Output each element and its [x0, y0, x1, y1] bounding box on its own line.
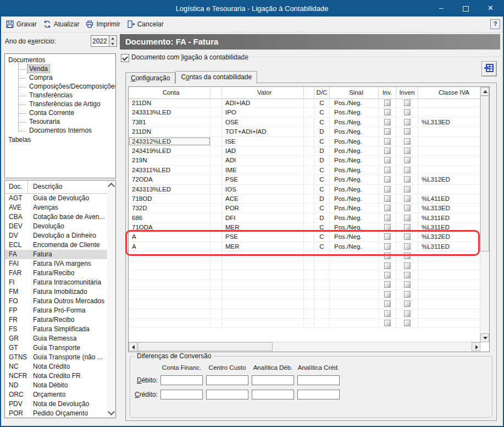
grid-row[interactable]: 211DNTOT+ADI+IADDPos./Neg. — [129, 127, 480, 136]
grid-row[interactable]: 732DPORCPos./Neg.%L313ED — [129, 204, 480, 213]
grid-row[interactable]: 243313%LEDIPOCPos./Neg. — [129, 108, 480, 117]
grid-row[interactable] — [129, 309, 480, 319]
cancel-button[interactable]: Cancelar — [124, 19, 168, 30]
tree-item-composicoes-decomposicoes[interactable]: Composições/Decomposições — [18, 83, 114, 91]
tab-configuracao[interactable]: Configuração — [125, 72, 175, 84]
grid-column-header-valor[interactable]: Valor — [222, 87, 304, 98]
tree-item-transferencias[interactable]: Transferências — [18, 91, 114, 100]
inven-checkbox[interactable] — [404, 128, 411, 135]
scroll-right-button[interactable] — [472, 342, 480, 351]
grid-row[interactable]: APSECPos./Neg.%L312ED — [129, 232, 480, 242]
help-button[interactable]: ? — [490, 19, 500, 29]
horizontal-scroll-thumb[interactable] — [138, 342, 273, 351]
grid-row[interactable]: 243419%LEDIADDPos./Neg. — [129, 146, 480, 156]
grid-row[interactable] — [129, 290, 480, 299]
grid-row[interactable]: 72ODAPSECPos./Neg.%L312ED — [129, 175, 480, 184]
tree-root-tabelas[interactable]: Tabelas — [6, 135, 114, 145]
doc-type-row-por[interactable]: PORPedido Orçamento — [5, 409, 107, 418]
credito-analitica-deb-input[interactable] — [252, 390, 294, 399]
doc-type-row-gt[interactable]: GTGuia Transporte — [5, 343, 107, 353]
inven-checkbox[interactable] — [404, 109, 411, 116]
minimize-button[interactable]: – — [429, 1, 453, 17]
doc-type-row-fr[interactable]: FRFatura/Recibo — [5, 315, 107, 325]
inven-checkbox[interactable] — [404, 310, 411, 317]
spinner-down-button[interactable] — [109, 41, 117, 46]
doc-type-row-dev[interactable]: DEVDevolução — [5, 222, 107, 231]
doc-type-row-pdv[interactable]: PDVNota de Devolução — [5, 399, 107, 409]
credito-analitica-cred-input[interactable] — [297, 390, 340, 399]
inv-checkbox[interactable] — [384, 262, 391, 269]
inv-checkbox[interactable] — [384, 147, 391, 154]
inv-checkbox[interactable] — [384, 167, 391, 173]
scroll-down-button[interactable] — [480, 333, 489, 342]
inv-checkbox[interactable] — [384, 176, 391, 183]
spinner-up-button[interactable] — [109, 36, 117, 41]
doc-type-row-fp[interactable]: FPFatura Pró-Forma — [5, 306, 107, 315]
debito-analitica-deb-input[interactable] — [252, 375, 294, 385]
doc-type-row-fs[interactable]: FSFatura Simplificada — [5, 325, 107, 334]
inven-checkbox[interactable] — [404, 233, 411, 240]
tab-contas-da-contabilidade[interactable]: Contas da contabilidade — [175, 71, 257, 84]
doc-type-row-fi[interactable]: FIFatura Intracomunitária — [5, 278, 107, 287]
inven-checkbox[interactable] — [404, 272, 411, 278]
doc-type-row-fm[interactable]: FMFatura Imobilizado — [5, 287, 107, 297]
doc-type-row-ecl[interactable]: ECLEncomenda de Cliente — [5, 240, 107, 250]
grid-row[interactable]: 211DNADI+IADCPos./Neg. — [129, 98, 480, 108]
doc-type-row-nc[interactable]: NCNota Crédito — [5, 362, 107, 371]
doc-type-row-fai[interactable]: FAIFatura IVA margens — [5, 259, 107, 269]
doc-type-row-ave[interactable]: AVEAvenças — [5, 203, 107, 212]
maximize-button[interactable] — [453, 1, 478, 17]
list-scrollbar[interactable] — [107, 180, 115, 418]
doc-type-row-orc[interactable]: ORCOrçamento — [5, 390, 107, 399]
doc-type-row-gtns[interactable]: GTNSGuia Transporte (não ... — [5, 353, 107, 362]
inv-checkbox[interactable] — [384, 233, 391, 240]
inv-checkbox[interactable] — [384, 119, 391, 125]
grid-row[interactable] — [129, 271, 480, 280]
debito-analitica-cred-input[interactable] — [297, 375, 340, 385]
grid-row[interactable] — [129, 280, 480, 289]
inven-checkbox[interactable] — [404, 243, 411, 250]
grid-row[interactable]: 7381OSECPos./Neg.%L313ED — [129, 118, 480, 127]
doc-type-row-ncfr[interactable]: NCFRNota Crédito FR — [5, 371, 107, 381]
inven-checkbox[interactable] — [404, 224, 411, 231]
inv-checkbox[interactable] — [384, 291, 391, 298]
inven-checkbox[interactable] — [404, 281, 411, 288]
doc-type-row-agt[interactable]: AGTGuia de Devolução — [5, 194, 107, 203]
inv-checkbox[interactable] — [384, 224, 391, 231]
scroll-down-icon[interactable] — [108, 408, 115, 415]
inven-checkbox[interactable] — [404, 253, 411, 259]
inven-checkbox[interactable] — [404, 157, 411, 163]
inv-checkbox[interactable] — [384, 157, 391, 163]
inven-checkbox[interactable] — [404, 100, 411, 106]
grid-row[interactable]: 686DFIDPos./Neg.%L311ED — [129, 214, 480, 223]
inven-checkbox[interactable] — [404, 262, 411, 269]
doc-type-row-dv[interactable]: DVDevolução a Dinheiro — [5, 231, 107, 240]
inv-checkbox[interactable] — [384, 195, 391, 202]
grid-row[interactable]: 219NADIDPos./Neg. — [129, 156, 480, 165]
inv-checkbox[interactable] — [384, 272, 391, 278]
grid-column-header-sinal[interactable]: Sinal — [330, 87, 379, 98]
inven-checkbox[interactable] — [404, 176, 411, 183]
debito-conta-financ-input[interactable] — [160, 375, 203, 385]
doc-type-row-fo[interactable]: FOFatura Outros Mercados — [5, 297, 107, 306]
inven-checkbox[interactable] — [404, 205, 411, 211]
inven-checkbox[interactable] — [404, 147, 411, 154]
grid-row[interactable]: 243312%LEDISECPos./Neg. — [129, 137, 480, 146]
inv-checkbox[interactable] — [384, 243, 391, 250]
grid-row[interactable] — [129, 299, 480, 309]
scroll-up-button[interactable] — [480, 87, 489, 96]
doc-type-row-gr[interactable]: GRGuia Remessa — [5, 334, 107, 343]
inv-checkbox[interactable] — [384, 320, 391, 326]
inv-checkbox[interactable] — [384, 300, 391, 307]
inv-checkbox[interactable] — [384, 128, 391, 135]
inven-checkbox[interactable] — [404, 300, 411, 307]
close-button[interactable]: ✕ — [478, 1, 503, 17]
doc-type-row-nd[interactable]: NDNota Débito — [5, 381, 107, 390]
print-button[interactable]: Imprimir — [83, 19, 124, 30]
inv-checkbox[interactable] — [384, 253, 391, 259]
doc-type-row-cba[interactable]: CBACotação base de Aven... — [5, 212, 107, 222]
vertical-scroll-thumb[interactable] — [480, 96, 489, 251]
tree-item-tesouraria[interactable]: Tesouraria — [18, 118, 114, 127]
grid-row[interactable] — [129, 261, 480, 271]
grid-row[interactable]: 718ODACEDPos./Neg.%L411ED — [129, 194, 480, 204]
